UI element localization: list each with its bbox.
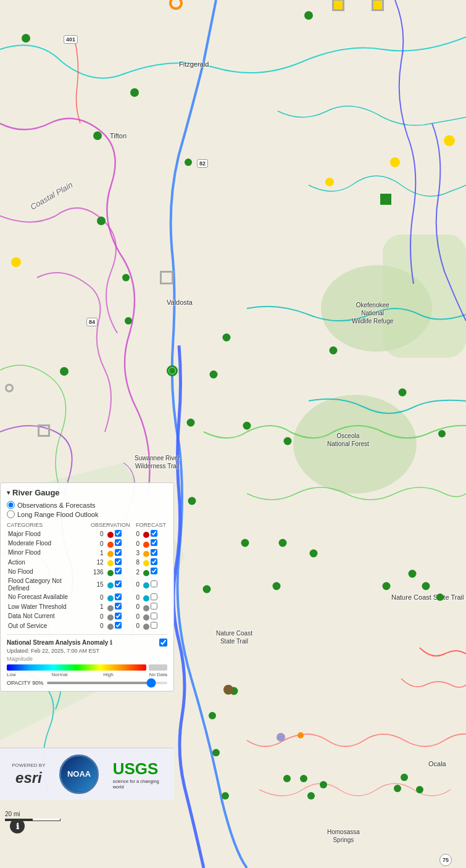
marker-green-15[interactable] <box>210 371 218 379</box>
panel-chevron[interactable]: ▾ <box>7 489 10 496</box>
marker-yellow-circle-4[interactable] <box>11 257 21 267</box>
marker-green-4[interactable] <box>185 159 192 166</box>
marker-yellow-circle-3[interactable] <box>325 178 334 186</box>
dot-fore-0 <box>143 532 149 538</box>
table-row-4: No Flood1362 <box>7 567 167 576</box>
marker-green-22[interactable] <box>273 582 281 590</box>
marker-sq-yellow-2[interactable] <box>372 0 384 11</box>
cat-label-4: No Flood <box>7 567 85 576</box>
marker-green-1[interactable] <box>22 34 30 43</box>
marker-green-27[interactable] <box>203 585 211 593</box>
cb-fore-0[interactable] <box>151 530 157 537</box>
marker-green-24[interactable] <box>409 570 417 578</box>
info-button[interactable]: ℹ <box>10 819 25 833</box>
cat-fore-num-2: 3 <box>131 548 142 558</box>
cb-fore-5[interactable] <box>151 581 157 587</box>
categories-table: CATEGORIES OBSERVATION FORECAST Major Fl… <box>7 522 167 630</box>
cat-obs-dot-4 <box>106 567 131 576</box>
marker-filled-green-sq[interactable] <box>167 365 178 376</box>
cb-obs-6[interactable] <box>115 593 122 600</box>
marker-green-26[interactable] <box>436 593 444 601</box>
marker-sq-green-1[interactable] <box>380 194 391 205</box>
marker-green-17[interactable] <box>284 437 292 445</box>
marker-green-7[interactable] <box>122 274 130 281</box>
marker-green-12[interactable] <box>399 389 407 397</box>
cb-obs-2[interactable] <box>115 549 122 556</box>
marker-blueish-1[interactable] <box>277 733 285 742</box>
marker-green-21[interactable] <box>310 550 318 558</box>
marker-green-3[interactable] <box>93 131 102 140</box>
cb-obs-5[interactable] <box>115 581 122 587</box>
dot-8 <box>107 614 114 621</box>
cb-fore-9[interactable] <box>151 622 157 629</box>
cat-label-3: Action <box>7 558 85 567</box>
opacity-slider[interactable] <box>47 682 167 684</box>
marker-green-14[interactable] <box>243 422 251 430</box>
marker-green-30[interactable] <box>212 749 220 756</box>
radio-long-range[interactable]: Long Range Flood Outlook <box>7 510 167 518</box>
cb-obs-8[interactable] <box>115 613 122 619</box>
marker-yellow-circle-1[interactable] <box>444 135 455 146</box>
marker-green-25[interactable] <box>422 582 430 590</box>
cb-obs-1[interactable] <box>115 539 122 546</box>
marker-yellow-circle-5[interactable] <box>5 384 14 392</box>
marker-green-13[interactable] <box>438 430 446 437</box>
marker-green-35[interactable] <box>283 775 291 782</box>
cb-fore-7[interactable] <box>151 603 157 610</box>
marker-green-16[interactable] <box>187 419 195 427</box>
anomaly-checkbox[interactable] <box>159 639 167 647</box>
marker-sq-yellow-3[interactable] <box>160 271 173 284</box>
anomaly-info-icon[interactable]: ℹ <box>110 639 112 646</box>
radio-obs-forecast[interactable]: Observations & Forecasts <box>7 501 167 509</box>
marker-green-29[interactable] <box>209 712 216 719</box>
road-401: 401 <box>64 35 78 44</box>
cb-obs-0[interactable] <box>115 530 122 537</box>
marker-sq-yellow-4[interactable] <box>38 424 50 437</box>
cb-obs-9[interactable] <box>115 622 122 629</box>
cb-obs-3[interactable] <box>115 558 122 565</box>
marker-green-2[interactable] <box>130 88 139 97</box>
cat-obs-dot-0 <box>106 529 131 539</box>
marker-green-11[interactable] <box>330 347 338 355</box>
cat-obs-num-4: 136 <box>85 567 106 576</box>
cat-fore-num-3: 8 <box>131 558 142 567</box>
cb-obs-7[interactable] <box>115 603 122 610</box>
marker-green-19[interactable] <box>241 539 249 547</box>
marker-green-23[interactable] <box>383 582 391 590</box>
marker-green-10[interactable] <box>223 334 231 342</box>
marker-green-36[interactable] <box>401 774 408 781</box>
cb-obs-4[interactable] <box>115 568 122 574</box>
cb-fore-6[interactable] <box>151 593 157 600</box>
cb-fore-3[interactable] <box>151 558 157 565</box>
cb-fore-1[interactable] <box>151 539 157 546</box>
cb-fore-8[interactable] <box>151 613 157 619</box>
marker-brown-1[interactable] <box>223 685 233 695</box>
marker-green-18[interactable] <box>188 497 196 505</box>
radio-long-range-input[interactable] <box>7 510 15 518</box>
cb-fore-2[interactable] <box>151 549 157 556</box>
cb-fore-4[interactable] <box>151 568 157 574</box>
marker-green-32[interactable] <box>300 775 307 782</box>
marker-green-33[interactable] <box>320 781 327 788</box>
marker-orange-south[interactable] <box>297 732 304 738</box>
marker-green-31[interactable] <box>222 792 229 800</box>
marker-green-34[interactable] <box>307 792 315 800</box>
marker-green-37[interactable] <box>416 786 423 793</box>
marker-green-6[interactable] <box>97 217 106 225</box>
cat-obs-dot-3 <box>106 558 131 567</box>
cat-obs-dot-1 <box>106 539 131 548</box>
marker-sq-yellow-1[interactable] <box>332 0 344 11</box>
marker-green-20[interactable] <box>279 539 287 547</box>
map-svg <box>0 0 466 868</box>
marker-green-5[interactable] <box>304 11 313 20</box>
marker-green-9[interactable] <box>60 367 69 376</box>
marker-yellow-circle-2[interactable] <box>390 157 400 167</box>
radio-obs-input[interactable] <box>7 501 15 509</box>
cat-obs-num-9: 0 <box>85 621 106 630</box>
cat-label-9: Out of Service <box>7 621 85 630</box>
cat-fore-num-6: 0 <box>131 593 142 602</box>
marker-green-38[interactable] <box>394 785 401 792</box>
cat-obs-num-8: 0 <box>85 612 106 621</box>
table-row-3: Action128 <box>7 558 167 567</box>
marker-green-8[interactable] <box>125 317 132 324</box>
